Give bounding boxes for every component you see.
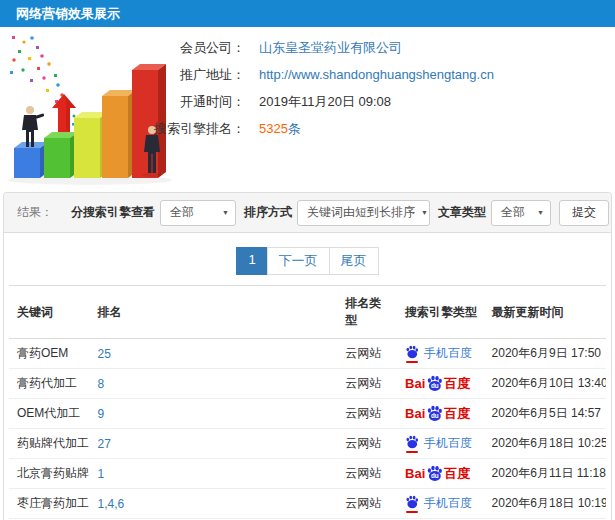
promo-url-label: 推广地址： xyxy=(130,66,245,84)
rank-cell: 9 xyxy=(90,399,338,429)
rank-link[interactable]: 25 xyxy=(98,347,111,361)
company-label: 会员公司： xyxy=(130,39,245,57)
baidu-pc-badge: Bai du 百度 xyxy=(405,375,470,392)
col-header-rank-type: 排名类型 xyxy=(337,286,397,339)
rank-type-cell: 云网站 xyxy=(337,459,397,489)
engine-type-cell: Bai du 百度 xyxy=(397,399,484,429)
caret-down-icon: ▼ xyxy=(537,209,544,216)
keyword-cell: 枣庄膏药加工 xyxy=(9,489,90,519)
results-panel: 结果： 分搜索引擎查看 全部 ▼ 排序方式 关键词由短到长排序 ▼ 文章类型 全… xyxy=(3,192,612,520)
rank-count-number: 5325 xyxy=(259,121,288,136)
rank-type-cell: 云网站 xyxy=(337,339,397,369)
open-time-label: 开通时间： xyxy=(130,93,245,111)
article-type-value: 全部 xyxy=(501,204,525,221)
account-info: 会员公司： 山东皇圣堂药业有限公司 推广地址： http://www.shand… xyxy=(130,34,610,142)
updated-cell: 2020年6月11日 11:18 xyxy=(484,459,606,489)
promo-url-link[interactable]: http://www.shandonghuangshengtang.cn xyxy=(259,67,494,82)
last-page-button[interactable]: 尾页 xyxy=(329,247,379,275)
page-1-button[interactable]: 1 xyxy=(236,247,267,275)
result-label: 结果： xyxy=(17,204,53,221)
table-header-row: 关键词 排名 排名类型 搜索引擎类型 最新更新时间 xyxy=(9,286,606,339)
mobile-baidu-badge: 手机百度 xyxy=(405,435,472,451)
table-row: 药贴牌代加工 27 云网站 Bai du 百度 xyxy=(9,429,606,459)
svg-text:du: du xyxy=(431,382,439,389)
col-header-updated: 最新更新时间 xyxy=(484,286,606,339)
results-table-wrap: 关键词 排名 排名类型 搜索引擎类型 最新更新时间 膏药OEM 25 云网站 B… xyxy=(4,285,611,520)
rank-count-suffix: 条 xyxy=(288,121,301,136)
baidu-paw-icon xyxy=(405,345,419,359)
promo-url-row: 推广地址： http://www.shandonghuangshengtang.… xyxy=(130,61,610,88)
baidu-paw-icon: du xyxy=(426,375,443,392)
updated-cell: 2020年6月18日 10:19 xyxy=(484,489,606,519)
baidu-paw-icon: du xyxy=(426,405,443,422)
up-arrow-icon xyxy=(52,94,76,132)
sort-label: 排序方式 xyxy=(244,204,292,221)
rank-count-row: 搜索引擎排名： 5325条 xyxy=(130,115,610,142)
title-bar: 网络营销效果展示 xyxy=(0,0,615,27)
engine-filter-select[interactable]: 全部 ▼ xyxy=(160,200,236,226)
updated-cell: 2020年6月10日 13:40 xyxy=(484,369,606,399)
rank-link[interactable]: 8 xyxy=(98,377,105,391)
sort-select[interactable]: 关键词由短到长排序 ▼ xyxy=(297,200,430,226)
results-table-body: 膏药OEM 25 云网站 Bai du 百度 xyxy=(9,339,606,520)
pagination: 1 下一页 尾页 xyxy=(4,247,611,275)
rank-count-value[interactable]: 5325条 xyxy=(259,120,301,138)
confetti-decoration xyxy=(10,36,81,128)
sort-value: 关键词由短到长排序 xyxy=(307,204,415,221)
open-time-value: 2019年11月20日 09:08 xyxy=(259,93,391,111)
engine-type-cell: Bai du 百度 xyxy=(397,429,484,459)
rank-type-cell: 云网站 xyxy=(337,429,397,459)
table-row: 北京膏药贴牌 1 云网站 Bai du 百度 xyxy=(9,459,606,489)
svg-text:du: du xyxy=(431,472,439,479)
article-type-label: 文章类型 xyxy=(438,204,486,221)
submit-button[interactable]: 提交 xyxy=(559,200,609,226)
svg-text:du: du xyxy=(431,412,439,419)
rank-link[interactable]: 27 xyxy=(98,437,111,451)
rank-type-cell: 云网站 xyxy=(337,369,397,399)
rank-type-cell: 云网站 xyxy=(337,399,397,429)
updated-cell: 2020年6月18日 10:25 xyxy=(484,429,606,459)
rank-cell: 25 xyxy=(90,339,338,369)
keyword-cell: 北京膏药贴牌 xyxy=(9,459,90,489)
results-table: 关键词 排名 排名类型 搜索引擎类型 最新更新时间 膏药OEM 25 云网站 B… xyxy=(9,285,606,520)
baidu-pc-badge: Bai du 百度 xyxy=(405,405,470,422)
article-type-select[interactable]: 全部 ▼ xyxy=(491,200,551,226)
rank-link[interactable]: 1,4,6 xyxy=(98,497,125,511)
rank-type-cell: 云网站 xyxy=(337,489,397,519)
rank-cell: 27 xyxy=(90,429,338,459)
mobile-baidu-badge: 手机百度 xyxy=(405,495,472,511)
company-link[interactable]: 山东皇圣堂药业有限公司 xyxy=(259,39,402,57)
page: 网络营销效果展示 xyxy=(0,0,615,520)
updated-cell: 2020年6月5日 14:57 xyxy=(484,399,606,429)
rank-cell: 1 xyxy=(90,459,338,489)
baidu-mobile-underline xyxy=(406,511,418,513)
engine-type-cell: Bai du 百度 xyxy=(397,489,484,519)
updated-cell: 2020年6月9日 17:50 xyxy=(484,339,606,369)
rank-link[interactable]: 9 xyxy=(98,407,105,421)
businessman-left xyxy=(22,106,44,147)
engine-type-cell: Bai du 百度 xyxy=(397,459,484,489)
baidu-pc-badge: Bai du 百度 xyxy=(405,465,470,482)
table-row: OEM代加工 9 云网站 Bai du 百度 xyxy=(9,399,606,429)
rank-link[interactable]: 1 xyxy=(98,467,105,481)
keyword-cell: 药贴牌代加工 xyxy=(9,429,90,459)
mobile-baidu-badge: 手机百度 xyxy=(405,345,472,361)
open-time-row: 开通时间： 2019年11月20日 09:08 xyxy=(130,88,610,115)
page-title: 网络营销效果展示 xyxy=(16,6,120,21)
table-row: 枣庄膏药加工 1,4,6 云网站 Bai du 百度 xyxy=(9,489,606,519)
baidu-mobile-underline xyxy=(406,361,418,363)
engine-type-cell: Bai du 百度 xyxy=(397,339,484,369)
engine-type-cell: Bai du 百度 xyxy=(397,369,484,399)
engine-filter-value: 全部 xyxy=(170,204,194,221)
col-header-engine-type: 搜索引擎类型 xyxy=(397,286,484,339)
baidu-paw-icon xyxy=(405,495,419,509)
keyword-cell: 膏药代加工 xyxy=(9,369,90,399)
company-row: 会员公司： 山东皇圣堂药业有限公司 xyxy=(130,34,610,61)
keyword-cell: 膏药OEM xyxy=(9,339,90,369)
engine-filter-label: 分搜索引擎查看 xyxy=(71,204,155,221)
next-page-button[interactable]: 下一页 xyxy=(267,247,330,275)
rank-cell: 8 xyxy=(90,369,338,399)
filter-controls: 分搜索引擎查看 全部 ▼ 排序方式 关键词由短到长排序 ▼ 文章类型 全部 ▼ … xyxy=(63,200,609,226)
col-header-rank: 排名 xyxy=(90,286,338,339)
table-row: 膏药OEM 25 云网站 Bai du 百度 xyxy=(9,339,606,369)
